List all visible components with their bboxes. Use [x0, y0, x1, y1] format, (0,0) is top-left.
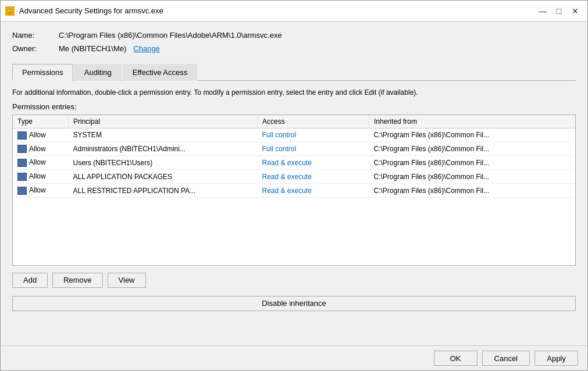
col-principal: Principal [69, 115, 258, 129]
owner-label: Owner: [12, 44, 59, 53]
table-action-buttons: Add Remove View [12, 273, 576, 288]
user-icon [17, 145, 27, 153]
type-text: Allow [29, 131, 46, 139]
table-row[interactable]: AllowALL RESTRICTED APPLICATION PA...Rea… [13, 184, 575, 198]
type-text: Allow [29, 158, 46, 166]
cell-principal: Administrators (NBITECH1\Admini... [69, 142, 258, 156]
cell-type: Allow [13, 184, 69, 198]
table-row[interactable]: AllowAdministrators (NBITECH1\Admini...F… [13, 142, 575, 156]
cancel-button[interactable]: Cancel [482, 351, 530, 366]
user-icon [17, 159, 27, 167]
dialog-title: Advanced Security Settings for armsvc.ex… [19, 6, 535, 15]
apply-button[interactable]: Apply [534, 351, 578, 366]
permissions-table: Type Principal Access Inherited from All… [13, 115, 575, 198]
cell-access: Read & execute [257, 184, 369, 198]
name-value: C:\Program Files (x86)\Common Files\Adob… [59, 31, 282, 40]
cell-access: Read & execute [257, 170, 369, 184]
cell-access: Full control [257, 128, 369, 142]
user-icon [17, 173, 27, 181]
table-row[interactable]: AllowALL APPLICATION PACKAGESRead & exec… [13, 170, 575, 184]
permissions-tab-content: For additional information, double-click… [12, 81, 576, 345]
owner-row: Owner: Me (NBITECH1\Me) Change [12, 44, 576, 53]
col-access: Access [257, 115, 369, 129]
cell-inherited: C:\Program Files (x86)\Common Fil... [369, 156, 575, 170]
col-type: Type [13, 115, 69, 129]
type-text: Allow [29, 145, 46, 153]
title-bar: 🔒 Advanced Security Settings for armsvc.… [1, 1, 587, 22]
cell-inherited: C:\Program Files (x86)\Common Fil... [369, 142, 575, 156]
cell-inherited: C:\Program Files (x86)\Common Fil... [369, 184, 575, 198]
type-text: Allow [29, 172, 46, 180]
col-inherited: Inherited from [369, 115, 575, 129]
permissions-info-text: For additional information, double-click… [12, 88, 576, 98]
cell-access: Full control [257, 142, 369, 156]
close-button[interactable]: ✕ [568, 5, 583, 17]
cell-principal: ALL RESTRICTED APPLICATION PA... [69, 184, 258, 198]
table-header: Type Principal Access Inherited from [13, 115, 575, 129]
maximize-button[interactable]: □ [551, 5, 566, 17]
cell-principal: ALL APPLICATION PACKAGES [69, 170, 258, 184]
change-link[interactable]: Change [133, 44, 160, 53]
name-label: Name: [12, 31, 59, 40]
ok-button[interactable]: OK [434, 351, 477, 366]
type-text: Allow [29, 186, 46, 194]
user-icon [17, 187, 27, 195]
permission-entries-label: Permission entries: [12, 102, 576, 111]
user-icon [17, 131, 27, 140]
owner-value: Me (NBITECH1\Me) [59, 44, 126, 53]
permissions-table-container: Type Principal Access Inherited from All… [12, 115, 576, 266]
footer: OK Cancel Apply [1, 345, 587, 370]
cell-principal: Users (NBITECH1\Users) [69, 156, 258, 170]
dialog: 🔒 Advanced Security Settings for armsvc.… [0, 0, 588, 371]
disable-inheritance-button[interactable]: Disable inheritance [12, 296, 576, 311]
name-row: Name: C:\Program Files (x86)\Common File… [12, 31, 576, 40]
cell-type: Allow [13, 142, 69, 156]
cell-type: Allow [13, 170, 69, 184]
cell-type: Allow [13, 128, 69, 142]
tab-auditing[interactable]: Auditing [74, 64, 122, 81]
cell-inherited: C:\Program Files (x86)\Common Fil... [369, 128, 575, 142]
cell-inherited: C:\Program Files (x86)\Common Fil... [369, 170, 575, 184]
view-button[interactable]: View [108, 273, 146, 288]
remove-button[interactable]: Remove [52, 273, 102, 288]
add-button[interactable]: Add [12, 273, 48, 288]
tabs-bar: Permissions Auditing Effective Access [12, 63, 576, 81]
window-controls: — □ ✕ [535, 5, 583, 17]
tab-effective-access[interactable]: Effective Access [123, 64, 197, 81]
cell-principal: SYSTEM [69, 128, 258, 142]
tab-permissions[interactable]: Permissions [12, 64, 73, 81]
table-body: AllowSYSTEMFull controlC:\Program Files … [13, 128, 575, 197]
cell-type: Allow [13, 156, 69, 170]
cell-access: Read & execute [257, 156, 369, 170]
minimize-button[interactable]: — [535, 5, 550, 17]
table-row[interactable]: AllowUsers (NBITECH1\Users)Read & execut… [13, 156, 575, 170]
content-area: Name: C:\Program Files (x86)\Common File… [1, 22, 587, 345]
dialog-icon: 🔒 [5, 6, 15, 16]
table-row[interactable]: AllowSYSTEMFull controlC:\Program Files … [13, 128, 575, 142]
